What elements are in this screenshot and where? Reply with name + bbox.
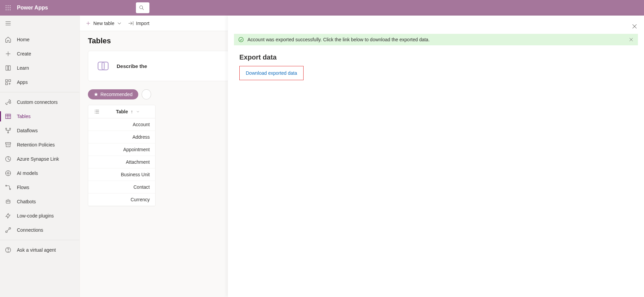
new-table-label: New table [93, 21, 114, 26]
list-icon [94, 109, 100, 115]
svg-point-26 [6, 128, 7, 129]
sidebar-item-apps[interactable]: Apps [0, 75, 79, 89]
sidebar-item-label: Chatbots [17, 199, 36, 204]
svg-point-47 [8, 251, 8, 252]
apps-icon [5, 79, 11, 86]
svg-rect-22 [6, 114, 11, 118]
sidebar-item-flows[interactable]: Flows [0, 180, 79, 195]
sidebar-item-label: Custom connectors [17, 99, 58, 105]
export-panel: Account was exported successfully. Click… [228, 16, 644, 297]
sidebar-item-label: Retention Policies [17, 142, 55, 147]
table-row[interactable]: Attachment [88, 156, 155, 168]
import-icon [128, 20, 134, 26]
svg-rect-16 [6, 80, 8, 82]
svg-point-0 [6, 5, 6, 6]
search-input[interactable] [136, 2, 149, 13]
sidebar-item-learn[interactable]: Learn [0, 61, 79, 75]
svg-point-8 [10, 9, 10, 10]
sidebar-item-lowcode[interactable]: Low-code plugins [0, 209, 79, 223]
svg-point-5 [10, 7, 10, 8]
svg-rect-39 [6, 200, 10, 203]
sidebar-item-label: Connections [17, 227, 43, 233]
table-row[interactable]: Account [88, 118, 155, 131]
table-row[interactable]: Appointment [88, 143, 155, 156]
dataflows-icon [5, 127, 11, 134]
svg-point-32 [7, 173, 9, 174]
svg-point-37 [6, 185, 7, 186]
sidebar-item-label: Create [17, 51, 31, 56]
copilot-icon [96, 59, 110, 73]
sidebar-item-tables[interactable]: Tables [0, 109, 79, 123]
sidebar-item-label: Azure Synapse Link [17, 156, 59, 162]
sidebar-item-custom-connectors[interactable]: Custom connectors [0, 95, 79, 109]
dismiss-notice-icon[interactable] [628, 37, 634, 42]
notice-text: Account was exported successfully. Click… [247, 37, 430, 42]
sidebar-item-label: Tables [17, 114, 30, 119]
sidebar-item-label: Low-code plugins [17, 213, 54, 219]
svg-point-27 [9, 128, 10, 129]
table-row[interactable]: Business Unit [88, 168, 155, 181]
home-icon [5, 36, 11, 43]
svg-point-41 [9, 201, 9, 202]
new-table-button[interactable]: New table [85, 20, 122, 26]
filter-label: Recommended [100, 92, 133, 97]
sidebar-item-label: Apps [17, 79, 28, 85]
sidebar-item-label: Learn [17, 65, 29, 71]
column-label: Table [116, 109, 128, 114]
app-title: Power Apps [17, 5, 48, 11]
svg-point-28 [7, 132, 8, 133]
plugin-icon [5, 212, 11, 219]
import-label: Import [136, 21, 149, 26]
svg-point-21 [9, 102, 11, 104]
chart-icon [5, 156, 11, 162]
book-icon [5, 65, 11, 71]
sidebar-item-create[interactable]: Create [0, 47, 79, 61]
archive-icon [5, 141, 11, 148]
filter-more[interactable] [142, 89, 151, 99]
svg-point-63 [239, 37, 243, 42]
column-header-table[interactable]: Table ↑ [88, 105, 155, 118]
svg-rect-53 [102, 62, 108, 70]
sidebar-item-retention[interactable]: Retention Policies [0, 138, 79, 152]
search-icon [139, 5, 145, 11]
hamburger-icon[interactable] [5, 20, 11, 27]
sidebar-item-label: Dataflows [17, 128, 38, 133]
ai-icon [5, 170, 11, 177]
help-icon [5, 247, 11, 253]
sidebar-item-label: Home [17, 37, 29, 42]
connection-icon [5, 227, 11, 233]
table-row[interactable]: Contact [88, 181, 155, 193]
sidebar-item-ask-agent[interactable]: Ask a virtual agent [0, 243, 79, 257]
table-row[interactable]: Address [88, 131, 155, 143]
svg-line-45 [7, 229, 9, 231]
svg-marker-54 [94, 92, 98, 96]
sidebar-item-connections[interactable]: Connections [0, 223, 79, 237]
sidebar: Home Create Learn Apps [0, 16, 80, 297]
filter-recommended[interactable]: Recommended [88, 89, 138, 99]
sidebar-item-aimodels[interactable]: AI models [0, 166, 79, 180]
svg-rect-52 [98, 62, 104, 70]
svg-rect-17 [9, 80, 11, 82]
sort-asc-icon: ↑ [131, 109, 133, 114]
waffle-launcher[interactable] [3, 2, 14, 13]
svg-point-38 [9, 188, 10, 189]
download-exported-data-link[interactable]: Download exported data [246, 70, 297, 76]
svg-point-2 [10, 5, 10, 6]
sidebar-item-synapse[interactable]: Azure Synapse Link [0, 152, 79, 166]
svg-point-1 [8, 5, 8, 6]
tables-grid: Table ↑ Account Address Appointment Atta… [88, 105, 156, 206]
sidebar-item-label: Ask a virtual agent [17, 247, 56, 253]
success-notice: Account was exported successfully. Click… [234, 34, 638, 45]
svg-point-7 [8, 9, 8, 10]
table-row[interactable]: Currency [88, 193, 155, 206]
svg-point-4 [8, 7, 8, 8]
plus-icon [85, 20, 91, 26]
sidebar-item-dataflows[interactable]: Dataflows [0, 123, 79, 138]
svg-rect-29 [6, 142, 11, 144]
sidebar-item-chatbots[interactable]: Chatbots [0, 195, 79, 209]
svg-line-10 [142, 8, 144, 10]
sidebar-item-home[interactable]: Home [0, 32, 79, 47]
close-icon[interactable] [631, 23, 638, 30]
sidebar-item-label: AI models [17, 170, 38, 176]
import-button[interactable]: Import [128, 20, 149, 26]
